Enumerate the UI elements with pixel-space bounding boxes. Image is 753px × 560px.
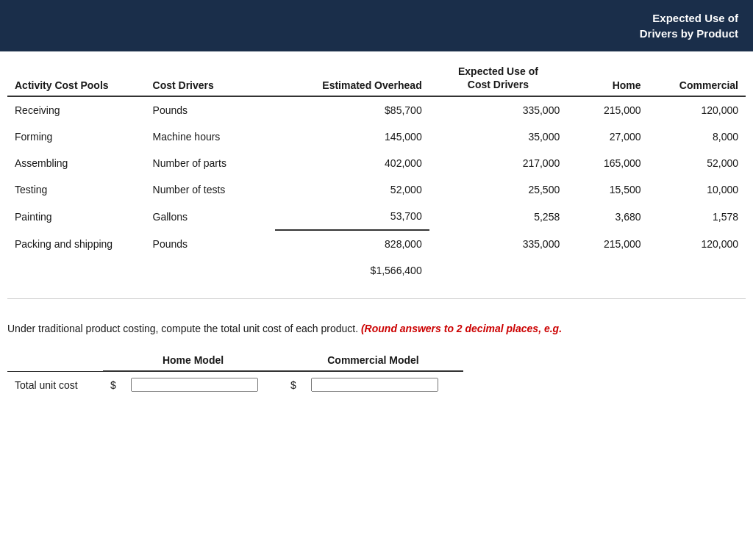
question-text: Under traditional product costing, compu…: [7, 321, 746, 337]
question-section: Under traditional product costing, compu…: [0, 314, 753, 405]
activity-cell: Painting: [7, 203, 146, 230]
answer-row: Total unit cost $ $: [7, 371, 463, 398]
commercial-input-cell: [304, 371, 463, 398]
home-cell: 215,000: [567, 230, 648, 257]
home-dollar-sign: $: [103, 371, 124, 398]
total-empty-3: [567, 257, 648, 284]
activity-cell: Forming: [7, 123, 146, 150]
col-header-overhead: Estimated Overhead: [275, 59, 429, 96]
home-cell: 27,000: [567, 123, 648, 150]
answer-commercial-header: Commercial Model: [283, 350, 463, 371]
table-row: Packing and shipping Pounds 828,000 335,…: [7, 230, 746, 257]
commercial-dollar-sign: $: [283, 371, 304, 398]
answer-header-row: Home Model Commercial Model: [7, 350, 463, 371]
commercial-cell: 10,000: [649, 176, 746, 203]
total-empty-4: [649, 257, 746, 284]
total-row: $1,566,400: [7, 257, 746, 284]
activity-cell: Testing: [7, 176, 146, 203]
commercial-cell: 8,000: [649, 123, 746, 150]
expected-cell: 25,500: [429, 176, 568, 203]
driver-cell: Number of tests: [146, 176, 276, 203]
overhead-cell: $85,700: [275, 96, 429, 123]
col-header-activity: Activity Cost Pools: [7, 59, 146, 96]
answer-home-header: Home Model: [103, 350, 283, 371]
col-header-home: Home: [567, 59, 648, 96]
table-row: Receiving Pounds $85,700 335,000 215,000…: [7, 96, 746, 123]
header-title: Expected Use of Drivers by Product: [640, 10, 738, 41]
activity-cost-table: Activity Cost Pools Cost Drivers Estimat…: [7, 59, 746, 284]
driver-cell: Pounds: [146, 96, 276, 123]
expected-cell: 335,000: [429, 230, 568, 257]
commercial-cell: 52,000: [649, 150, 746, 176]
section-divider: [7, 298, 746, 299]
commercial-model-input[interactable]: [311, 378, 438, 392]
commercial-cell: 1,578: [649, 203, 746, 230]
expected-cell: 335,000: [429, 96, 568, 123]
total-unit-cost-label: Total unit cost: [7, 371, 103, 398]
driver-cell: Pounds: [146, 230, 276, 257]
commercial-cell: 120,000: [649, 96, 746, 123]
activity-cell: Packing and shipping: [7, 230, 146, 257]
expected-cell: 35,000: [429, 123, 568, 150]
main-table-section: Activity Cost Pools Cost Drivers Estimat…: [0, 51, 753, 284]
home-cell: 215,000: [567, 96, 648, 123]
col-header-driver: Cost Drivers: [146, 59, 276, 96]
overhead-cell: 53,700: [275, 203, 429, 230]
table-row: Testing Number of tests 52,000 25,500 15…: [7, 176, 746, 203]
home-cell: 15,500: [567, 176, 648, 203]
home-cell: 165,000: [567, 150, 648, 176]
header-bar: Expected Use of Drivers by Product: [0, 0, 753, 51]
table-row: Assembling Number of parts 402,000 217,0…: [7, 150, 746, 176]
activity-cell: Receiving: [7, 96, 146, 123]
round-note: (Round answers to 2 decimal places, e.g.: [361, 323, 562, 334]
total-empty-2: [429, 257, 568, 284]
table-row: Painting Gallons 53,700 5,258 3,680 1,57…: [7, 203, 746, 230]
overhead-cell: 52,000: [275, 176, 429, 203]
table-header-row: Activity Cost Pools Cost Drivers Estimat…: [7, 59, 746, 96]
answer-table: Home Model Commercial Model Total unit c…: [7, 350, 463, 398]
driver-cell: Gallons: [146, 203, 276, 230]
answer-empty-col: [7, 350, 103, 371]
activity-cell: Assembling: [7, 150, 146, 176]
expected-cell: 217,000: [429, 150, 568, 176]
table-row: Forming Machine hours 145,000 35,000 27,…: [7, 123, 746, 150]
driver-cell: Machine hours: [146, 123, 276, 150]
expected-cell: 5,258: [429, 203, 568, 230]
driver-cell: Number of parts: [146, 150, 276, 176]
commercial-cell: 120,000: [649, 230, 746, 257]
home-cell: 3,680: [567, 203, 648, 230]
home-model-input[interactable]: [131, 378, 258, 392]
home-input-cell: [124, 371, 283, 398]
total-empty: [146, 257, 276, 284]
overhead-cell: 402,000: [275, 150, 429, 176]
col-header-commercial: Commercial: [649, 59, 746, 96]
overhead-cell: 145,000: [275, 123, 429, 150]
col-header-expected: Expected Use of Cost Drivers: [429, 59, 568, 96]
total-label-empty: [7, 257, 146, 284]
total-amount: $1,566,400: [275, 257, 429, 284]
overhead-cell: 828,000: [275, 230, 429, 257]
